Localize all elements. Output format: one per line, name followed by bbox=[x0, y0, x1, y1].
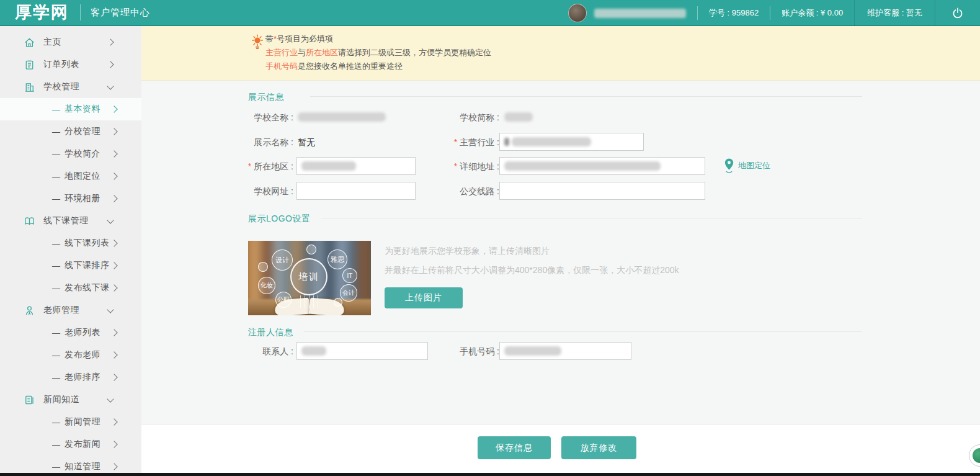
sidebar-item-offline-course-management[interactable]: 线下课管理 bbox=[0, 210, 141, 232]
dash-prefix: — bbox=[52, 150, 60, 159]
site-logo: 厚学网 bbox=[15, 1, 69, 24]
sidebar-item-label: 线下课列表 bbox=[65, 238, 110, 249]
header-separator bbox=[697, 6, 698, 20]
top-bar: 厚学网 客户管理中心 学号 : 959862 账户余额 : ¥ 0.00 维护客… bbox=[0, 0, 980, 26]
chevron-right-icon bbox=[110, 441, 117, 447]
dash-prefix: — bbox=[52, 462, 60, 472]
contact-input[interactable] bbox=[296, 342, 428, 360]
label-display-name: 展示名称 : bbox=[200, 137, 293, 148]
label-address: *详细地址 : bbox=[408, 161, 499, 173]
sidebar-item-label: 学校简介 bbox=[65, 148, 100, 159]
sidebar-item-news-know[interactable]: 新闻知道 bbox=[0, 388, 141, 411]
sidebar-item-offline-course-list[interactable]: — 线下课列表 bbox=[0, 232, 141, 254]
logout-button[interactable] bbox=[935, 0, 980, 26]
chevron-right-icon bbox=[110, 195, 117, 202]
phone-input[interactable] bbox=[499, 342, 631, 360]
chevron-right-icon bbox=[110, 173, 117, 179]
school-building-icon bbox=[24, 81, 35, 93]
sidebar-item-basic-info[interactable]: — 基本资料 bbox=[0, 98, 141, 120]
sidebar-item-environment-album[interactable]: — 环境相册 bbox=[0, 187, 141, 210]
upload-hint-1: 为更好地展示您学校形象，请上传清晰图片 bbox=[385, 246, 550, 257]
header-separator bbox=[770, 6, 770, 20]
avatar[interactable] bbox=[568, 4, 587, 22]
sidebar-item-teacher-sort[interactable]: — 老师排序 bbox=[0, 366, 141, 388]
map-locate-link[interactable]: 地图定位 bbox=[723, 158, 770, 173]
support-service: 维护客服 : 暂无 bbox=[855, 7, 935, 19]
sidebar-item-branch-management[interactable]: — 分校管理 bbox=[0, 120, 141, 143]
website-input[interactable] bbox=[296, 182, 416, 200]
school-full-name-redacted bbox=[298, 112, 386, 122]
bottom-edge-strip bbox=[0, 473, 980, 476]
sidebar-item-label: 老师列表 bbox=[65, 327, 100, 338]
label-main-industry: *主营行业 : bbox=[408, 137, 499, 148]
light-rays bbox=[300, 295, 319, 308]
sidebar-item-label: 老师排序 bbox=[65, 372, 100, 383]
dash-prefix: — bbox=[52, 194, 60, 204]
notice-line-2: 主营行业与所在地区请选择到二级或三级，方便学员更精确定位 bbox=[265, 46, 491, 60]
required-star: * bbox=[248, 161, 251, 171]
sidebar-item-teacher-list[interactable]: — 老师列表 bbox=[0, 321, 141, 344]
student-id: 学号 : 959862 bbox=[709, 7, 759, 19]
sidebar-item-label: 发布老师 bbox=[65, 349, 100, 361]
sidebar-item-news-management[interactable]: — 新闻管理 bbox=[0, 411, 141, 433]
save-button[interactable]: 保存信息 bbox=[478, 436, 551, 459]
bubble-training: 培训 bbox=[290, 258, 327, 295]
main-content: 带*号项目为必填项 主营行业与所在地区请选择到二级或三级，方便学员更精确定位 手… bbox=[141, 26, 980, 473]
sidebar-item-school-intro[interactable]: — 学校简介 bbox=[0, 143, 141, 165]
dash-prefix: — bbox=[52, 239, 60, 248]
address-input[interactable] bbox=[499, 157, 705, 175]
power-icon bbox=[951, 6, 964, 20]
dash-prefix: — bbox=[52, 328, 60, 338]
dash-prefix: — bbox=[52, 105, 60, 114]
section-title-display-info: 展示信息 bbox=[248, 92, 284, 103]
chevron-down-icon bbox=[107, 217, 114, 223]
chevron-right-icon bbox=[110, 262, 117, 269]
bubble-makeup: 化妆 bbox=[258, 277, 275, 294]
sidebar-item-label: 发布新闻 bbox=[65, 439, 100, 450]
sidebar-item-offline-course-sort[interactable]: — 线下课排序 bbox=[0, 254, 141, 277]
main-industry-input[interactable] bbox=[499, 133, 644, 151]
order-list-icon bbox=[24, 59, 35, 71]
sidebar-item-label: 基本资料 bbox=[65, 104, 100, 115]
form-footer: 保存信息 放弃修改 bbox=[141, 424, 980, 473]
label-website: 学校网址 : bbox=[200, 186, 293, 197]
account-name-redacted[interactable] bbox=[594, 9, 686, 18]
sidebar-item-teacher-management[interactable]: 老师管理 bbox=[0, 299, 141, 321]
header-divider bbox=[80, 4, 81, 20]
chevron-right-icon bbox=[107, 61, 114, 68]
home-icon bbox=[24, 37, 35, 48]
bubble-small-icon bbox=[258, 262, 268, 272]
region-input[interactable] bbox=[296, 157, 416, 175]
sidebar-item-label: 分校管理 bbox=[65, 126, 100, 137]
chevron-right-icon bbox=[110, 284, 117, 291]
required-star: * bbox=[454, 161, 457, 171]
sidebar-item-map-location[interactable]: — 地图定位 bbox=[0, 165, 141, 187]
bus-routes-input[interactable] bbox=[499, 182, 705, 200]
sidebar-item-label: 新闻知道 bbox=[43, 394, 79, 405]
chevron-right-icon bbox=[110, 240, 117, 246]
sidebar-item-publish-offline-course[interactable]: — 发布线下课 bbox=[0, 277, 141, 299]
sidebar-item-label: 环境相册 bbox=[65, 193, 100, 204]
sidebar-item-school-management[interactable]: 学校管理 bbox=[0, 76, 141, 98]
address-redacted bbox=[504, 161, 661, 171]
account-balance: 账户余额 : ¥ 0.00 bbox=[782, 7, 843, 19]
chevron-right-icon bbox=[110, 106, 117, 112]
chevron-right-icon bbox=[110, 128, 117, 135]
bubble-design: 设计 bbox=[272, 249, 293, 271]
sidebar-item-label: 主页 bbox=[43, 37, 61, 48]
bubble-small-icon bbox=[306, 245, 316, 254]
sidebar-item-publish-teacher[interactable]: — 发布老师 bbox=[0, 344, 141, 366]
lightbulb-icon bbox=[251, 34, 264, 52]
upload-image-button[interactable]: 上传图片 bbox=[385, 287, 463, 308]
person-icon bbox=[24, 305, 35, 317]
redacted-mark bbox=[504, 138, 509, 146]
sidebar-item-publish-news[interactable]: — 发布新闻 bbox=[0, 433, 141, 456]
dash-prefix: — bbox=[52, 418, 60, 427]
chevron-right-icon bbox=[107, 38, 114, 45]
sidebar-item-label: 发布线下课 bbox=[65, 282, 110, 294]
sidebar-item-home[interactable]: 主页 bbox=[0, 31, 141, 53]
sidebar: 主页 订单列表 学校管理 — 基本资料 — 分校管理 — 学校简介 — 地图定位… bbox=[0, 26, 141, 473]
discard-button[interactable]: 放弃修改 bbox=[561, 436, 636, 459]
sidebar-item-orders[interactable]: 订单列表 bbox=[0, 53, 141, 76]
sidebar-item-label: 新闻管理 bbox=[65, 416, 100, 428]
